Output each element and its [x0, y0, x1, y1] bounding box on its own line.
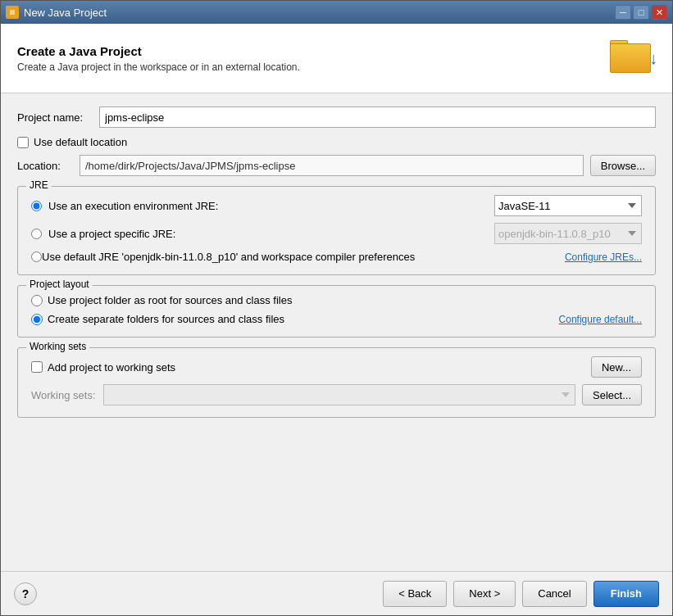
- button-bar-left: ?: [14, 582, 37, 605]
- jre-section: JRE Use an execution environment JRE: Ja…: [17, 186, 656, 275]
- layout-option-1-row: Use project folder as root for sources a…: [31, 294, 642, 306]
- svg-rect-1: [10, 10, 15, 15]
- use-default-location-checkbox[interactable]: [17, 137, 29, 148]
- jre-project-specific-label: Use a project specific JRE:: [48, 228, 488, 240]
- folder-icon: ↓: [610, 37, 653, 73]
- project-name-row: Project name:: [17, 106, 656, 128]
- layout-option-2-row: Create separate folders for sources and …: [31, 313, 642, 325]
- layout-project-folder-label: Use project folder as root for sources a…: [48, 294, 642, 306]
- title-bar-controls: ─ □ ✕: [615, 5, 667, 20]
- maximize-button[interactable]: □: [633, 5, 649, 20]
- new-working-set-button[interactable]: New...: [591, 356, 642, 378]
- page-subtitle: Create a Java project in the workspace o…: [17, 61, 300, 73]
- location-input[interactable]: [80, 155, 584, 176]
- working-sets-label: Working sets:: [31, 389, 97, 401]
- select-working-set-button[interactable]: Select...: [582, 384, 642, 405]
- jre-default-radio[interactable]: [31, 251, 42, 262]
- back-button[interactable]: < Back: [383, 581, 447, 607]
- folder-arrow-icon: ↓: [649, 49, 657, 68]
- window-icon: [6, 6, 19, 19]
- working-sets-select-row: Working sets: Select...: [31, 384, 642, 405]
- finish-button[interactable]: Finish: [593, 581, 659, 607]
- minimize-button[interactable]: ─: [615, 5, 631, 20]
- jre-option-1-row: Use an execution environment JRE: JavaSE…: [31, 195, 642, 216]
- add-to-working-sets-label[interactable]: Add project to working sets: [48, 361, 175, 374]
- button-bar: ? < Back Next > Cancel Finish: [1, 571, 672, 615]
- configure-jres-link[interactable]: Configure JREs...: [565, 251, 642, 263]
- browse-button[interactable]: Browse...: [590, 155, 656, 176]
- jre-section-label: JRE: [26, 179, 52, 191]
- main-form: Project name: Use default location Locat…: [1, 93, 672, 571]
- location-label: Location:: [17, 160, 73, 172]
- use-default-location-label[interactable]: Use default location: [34, 136, 127, 148]
- close-button[interactable]: ✕: [651, 5, 667, 20]
- project-layout-label: Project layout: [26, 279, 93, 290]
- add-to-working-sets-checkbox[interactable]: [31, 361, 43, 373]
- jre-project-specific-radio[interactable]: [31, 229, 42, 239]
- jre-default-text-area: Use default JRE 'openjdk-bin-11.0.8_p10'…: [42, 251, 642, 263]
- project-name-input[interactable]: [99, 106, 656, 128]
- header-area: Create a Java Project Create a Java proj…: [1, 24, 672, 93]
- jre-project-specific-dropdown: openjdk-bin-11.0.8_p10: [494, 223, 642, 244]
- layout-project-folder-radio[interactable]: [31, 295, 43, 306]
- jre-option-3-row: Use default JRE 'openjdk-bin-11.0.8_p10'…: [31, 251, 642, 263]
- window-title: New Java Project: [24, 7, 107, 19]
- use-default-location-row: Use default location: [17, 136, 656, 148]
- button-bar-right: < Back Next > Cancel Finish: [383, 581, 659, 607]
- add-to-working-sets-row: Add project to working sets: [31, 361, 175, 374]
- header-text: Create a Java Project Create a Java proj…: [17, 44, 300, 73]
- layout-separate-folders-radio[interactable]: [31, 314, 43, 325]
- working-sets-dropdown: [103, 384, 575, 405]
- next-button[interactable]: Next >: [453, 581, 516, 607]
- folder-body: [610, 43, 651, 73]
- jre-execution-env-label: Use an execution environment JRE:: [48, 200, 488, 212]
- project-layout-section: Project layout Use project folder as roo…: [17, 285, 656, 337]
- content: Create a Java Project Create a Java proj…: [1, 24, 672, 615]
- working-sets-section: Working sets Add project to working sets…: [17, 347, 656, 418]
- jre-execution-env-radio[interactable]: [31, 201, 42, 211]
- layout-separate-folders-label: Create separate folders for sources and …: [48, 313, 554, 325]
- title-bar: New Java Project ─ □ ✕: [1, 1, 672, 24]
- jre-execution-env-dropdown[interactable]: JavaSE-11: [494, 195, 642, 216]
- jre-option-2-row: Use a project specific JRE: openjdk-bin-…: [31, 223, 642, 244]
- working-sets-section-label: Working sets: [26, 341, 89, 352]
- header-icon: ↓: [610, 37, 656, 79]
- page-title: Create a Java Project: [17, 44, 300, 58]
- location-row: Location: Browse...: [17, 155, 656, 176]
- window: New Java Project ─ □ ✕ Create a Java Pro…: [0, 0, 673, 616]
- jre-default-label: Use default JRE 'openjdk-bin-11.0.8_p10'…: [42, 251, 560, 263]
- project-name-label: Project name:: [17, 111, 99, 124]
- cancel-button[interactable]: Cancel: [522, 581, 586, 607]
- title-bar-left: New Java Project: [6, 6, 107, 19]
- help-button[interactable]: ?: [14, 582, 37, 605]
- configure-default-link[interactable]: Configure default...: [559, 314, 642, 325]
